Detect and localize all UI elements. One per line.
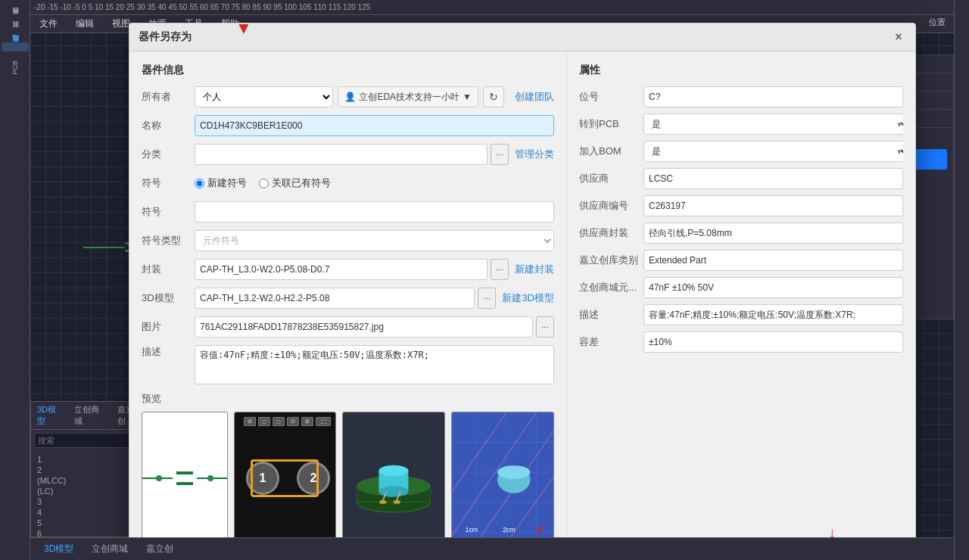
comp-item-2[interactable]: 2	[34, 465, 144, 475]
model3d-dots-button[interactable]: ···	[478, 288, 496, 309]
owner-controls: 个人 👤 立创EDA技术支持一小叶 ▼ ↻ 创建团队	[195, 86, 554, 107]
image-input[interactable]	[195, 316, 533, 338]
jlc-category-label: 嘉立创库类别	[579, 254, 643, 267]
prop-description-input[interactable]	[643, 304, 903, 325]
prop-description-label: 描述	[579, 308, 643, 322]
jlc-category-input[interactable]	[643, 250, 903, 271]
model3d-row: 3D模型 ··· 新建3D模型	[142, 288, 554, 309]
new-footprint-link[interactable]: 新建封装	[515, 263, 554, 276]
tab-jlc-mall[interactable]: 立创商城	[68, 402, 111, 429]
create-team-link[interactable]: 创建团队	[515, 90, 554, 104]
description-row: 描述 容值:47nF;精度:±10%;额定电压:50V;温度系数:X7R;	[142, 345, 554, 384]
properties-list: 位号 转到PCB 是 否 ▼ 加入BOM 是	[579, 86, 903, 359]
schematic-symbol	[142, 471, 228, 485]
comp-item-3[interactable]: 3	[34, 496, 144, 507]
comp-item-4[interactable]: 4	[34, 507, 144, 518]
supplier-pkg-label: 供应商封装	[579, 226, 643, 240]
to-pcb-label: 转到PCB	[579, 117, 643, 131]
svg-text:1cm: 1cm	[466, 526, 478, 534]
image-row: 图片 ···	[142, 316, 554, 338]
to-pcb-select[interactable]: 是 否	[643, 114, 903, 135]
3d-model-svg	[343, 412, 444, 543]
pcb-tool-3[interactable]: ◻	[273, 417, 285, 426]
preview-3d-front	[342, 412, 445, 543]
supplier-input[interactable]	[643, 168, 903, 189]
menu-edit[interactable]: 编辑	[73, 16, 97, 32]
symbol-type-field-label: 符号类型	[142, 234, 195, 247]
user-icon: 👤	[344, 92, 356, 102]
image-dots-button[interactable]: ···	[536, 316, 554, 338]
name-input[interactable]	[195, 115, 554, 136]
symbol-type-field-row: 符号类型 元件符号	[142, 230, 554, 251]
radio-link-symbol[interactable]: 关联已有符号	[259, 176, 331, 190]
footprint-row: 封装 ··· 新建封装	[142, 259, 554, 280]
tolerance-input[interactable]	[643, 331, 903, 353]
menu-file[interactable]: 文件	[36, 16, 61, 32]
left-sidebar: 器件 封装 电路图 PCB	[0, 0, 30, 560]
pcb-tool-4[interactable]: ⊟	[287, 417, 299, 426]
radio-link-symbol-label: 关联已有符号	[272, 176, 331, 190]
description-textarea[interactable]: 容值:47nF;精度:±10%;额定电压:50V;温度系数:X7R;	[195, 345, 554, 384]
jlc-element-row: 立创商城元...	[579, 277, 903, 298]
jlc-element-label: 立创商城元...	[579, 281, 643, 294]
add-bom-row: 加入BOM 是 否 ▼	[579, 141, 903, 162]
user-button[interactable]: 👤 立创EDA技术支持一小叶 ▼	[338, 86, 478, 107]
add-bom-select[interactable]: 是 否	[643, 141, 903, 162]
comp-item-lc[interactable]: (LC)	[34, 486, 144, 496]
svg-point-10	[394, 500, 401, 504]
bottom-tab-jlc[interactable]: 嘉立创	[139, 540, 181, 558]
dialog-close-button[interactable]: ×	[891, 30, 906, 45]
svg-text:2cm: 2cm	[503, 526, 516, 534]
jlc-element-input[interactable]	[643, 277, 903, 298]
footprint-dots-button[interactable]: ···	[491, 259, 509, 280]
right-section-title: 属性	[579, 64, 903, 77]
comp-item-6[interactable]: 6	[34, 528, 144, 537]
pcb-tool-2[interactable]: ◻	[258, 417, 270, 426]
svg-point-5	[379, 486, 409, 497]
name-row: 名称	[142, 115, 554, 136]
radio-new-symbol-label: 新建符号	[207, 176, 247, 190]
supplier-pkg-row: 供应商封装	[579, 222, 903, 244]
left-panel: 器件信息 所有者 个人 👤 立创EDA技术支持一小叶 ▼ ↻ 创建团队	[129, 51, 567, 543]
ruler-top: -20 -15 -10 -5 0 5 10 15 20 25 30 35 40 …	[30, 0, 969, 15]
position-indicator: 位置	[924, 15, 950, 30]
sidebar-item-pcb[interactable]: PCB	[2, 56, 29, 79]
supplier-no-label: 供应商编号	[579, 199, 643, 213]
category-dots-button[interactable]: ···	[491, 144, 509, 165]
sidebar-item-footprint[interactable]: 封装	[2, 29, 29, 38]
bottom-tab-3d[interactable]: 3D模型	[36, 540, 81, 558]
symbol-type-select[interactable]: 元件符号	[195, 230, 554, 251]
category-input[interactable]	[195, 144, 488, 165]
supplier-pkg-input[interactable]	[643, 222, 903, 244]
model3d-input[interactable]	[195, 288, 475, 309]
symbol-row: 符号	[142, 201, 554, 222]
sidebar-item-component[interactable]: 器件	[2, 15, 29, 24]
radio-new-symbol[interactable]: 新建符号	[195, 176, 247, 190]
dialog-save-component: ▲ 器件另存为 × 器件信息 所有者 个人 👤 立创EDA技术支持一小叶 ▼	[129, 23, 916, 560]
supplier-row: 供应商	[579, 168, 903, 189]
bottom-tab-mall[interactable]: 立创商城	[84, 540, 136, 558]
owner-row: 所有者 个人 👤 立创EDA技术支持一小叶 ▼ ↻ 创建团队	[142, 86, 554, 107]
radio-new-symbol-input[interactable]	[195, 179, 204, 188]
comp-item-5[interactable]: 5	[34, 518, 144, 528]
manage-category-link[interactable]: 管理分类	[515, 148, 554, 161]
footprint-input[interactable]	[195, 259, 488, 280]
symbol-type-outer-label: 符号	[142, 176, 195, 190]
new-model3d-link[interactable]: 新建3D模型	[502, 291, 554, 305]
pcb-tool-1[interactable]: ⊞	[244, 417, 256, 426]
preview-3d-angle: 0cm 1cm 2cm 0cm 1cm ↙	[451, 412, 554, 543]
sidebar-item-schematic[interactable]: 电路图	[2, 42, 29, 51]
owner-select[interactable]: 个人	[195, 86, 333, 107]
pcb-tool-expand[interactable]: ⛶	[316, 417, 331, 426]
supplier-label: 供应商	[579, 172, 643, 185]
comp-item-1[interactable]: 1	[34, 454, 144, 465]
radio-link-symbol-input[interactable]	[259, 179, 269, 188]
symbol-input[interactable]	[195, 201, 554, 222]
reference-input[interactable]	[643, 86, 903, 107]
tab-3d-model[interactable]: 3D模型	[31, 402, 68, 429]
svg-point-6	[379, 465, 409, 477]
supplier-no-input[interactable]	[643, 195, 903, 216]
refresh-button[interactable]: ↻	[483, 86, 504, 107]
comp-item-mlcc[interactable]: (MLCC)	[34, 475, 144, 486]
pcb-tool-5[interactable]: ⊠	[301, 417, 313, 426]
